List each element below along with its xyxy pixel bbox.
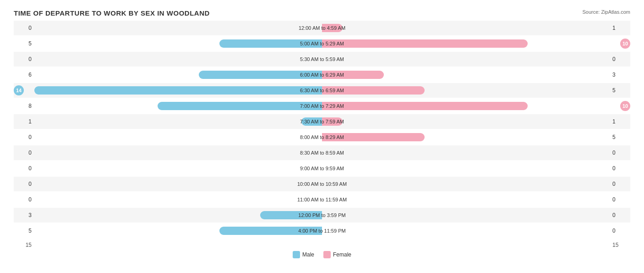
- male-value: 0: [14, 25, 34, 31]
- axis-right: 15: [610, 242, 630, 248]
- time-label: 12:00 AM to 4:59 AM: [299, 25, 345, 31]
- chart-container: TIME OF DEPARTURE TO WORK BY SEX IN WOOD…: [0, 0, 644, 273]
- chart-row: 09:00 AM to 9:59 AM0: [14, 161, 630, 176]
- bars-center: 10:00 AM to 10:59 AM: [34, 177, 610, 191]
- time-label: 4:00 PM to 11:59 PM: [298, 228, 345, 234]
- female-value: 0: [610, 150, 630, 156]
- axis-row: 15 15: [14, 242, 630, 248]
- chart-row: 6:30 AM to 6:59 AM514: [14, 83, 630, 98]
- time-label: 7:00 AM to 7:29 AM: [300, 103, 344, 109]
- male-value: 6: [14, 72, 34, 78]
- female-bar: [322, 39, 528, 48]
- male-value: 0: [14, 150, 34, 156]
- time-label: 5:30 AM to 5:59 AM: [300, 56, 344, 62]
- chart-row: 08:00 AM to 8:29 AM5: [14, 130, 630, 145]
- time-label: 6:30 AM to 6:59 AM: [300, 88, 344, 93]
- female-value: 1: [610, 25, 630, 31]
- male-bar: [158, 102, 322, 110]
- male-value: 5: [14, 228, 34, 234]
- legend-male: Male: [293, 251, 314, 258]
- female-legend-label: Female: [333, 251, 351, 258]
- female-badge: 10: [620, 39, 630, 49]
- time-label: 9:00 AM to 9:59 AM: [300, 166, 344, 171]
- chart-title: TIME OF DEPARTURE TO WORK BY SEX IN WOOD…: [14, 9, 630, 17]
- time-label: 12:00 PM to 3:59 PM: [298, 212, 345, 218]
- source-text: Source: ZipAtlas.com: [582, 9, 630, 15]
- male-value: 1: [14, 118, 34, 125]
- female-value: 0: [610, 228, 630, 234]
- female-value: 0: [610, 165, 630, 172]
- bars-center: 5:00 AM to 5:29 AM: [34, 36, 610, 51]
- female-legend-box: [323, 251, 331, 258]
- bars-center: 8:30 AM to 8:59 AM: [34, 145, 610, 160]
- chart-row: 17:30 AM to 7:59 AM1: [14, 114, 630, 129]
- time-label: 11:00 AM to 11:59 AM: [297, 197, 347, 202]
- chart-row: 54:00 PM to 11:59 PM0: [14, 223, 630, 238]
- chart-row: 011:00 AM to 11:59 AM0: [14, 192, 630, 207]
- chart-row: 010:00 AM to 10:59 AM0: [14, 177, 630, 191]
- male-legend-box: [293, 251, 300, 258]
- bars-center: 9:00 AM to 9:59 AM: [34, 161, 610, 176]
- male-value: 0: [14, 181, 34, 187]
- time-label: 8:00 AM to 8:29 AM: [300, 134, 344, 140]
- bars-center: 6:30 AM to 6:59 AM: [34, 83, 610, 98]
- female-value: 1: [610, 118, 630, 125]
- female-value: 0: [610, 212, 630, 218]
- female-value: 0: [610, 56, 630, 62]
- chart-row: 55:00 AM to 5:29 AM10: [14, 36, 630, 51]
- legend-female: Female: [323, 251, 351, 258]
- bars-center: 7:00 AM to 7:29 AM: [34, 99, 610, 113]
- legend: Male Female: [14, 251, 630, 258]
- male-value: 5: [14, 40, 34, 47]
- male-value: 3: [14, 212, 34, 218]
- male-bar: [34, 86, 322, 95]
- time-label: 6:00 AM to 6:29 AM: [300, 72, 344, 78]
- chart-row: 66:00 AM to 6:29 AM3: [14, 67, 630, 82]
- bars-center: 12:00 AM to 4:59 AM: [34, 21, 610, 35]
- female-value: 5: [610, 87, 630, 94]
- female-value: 0: [610, 196, 630, 203]
- chart-row: 012:00 AM to 4:59 AM1: [14, 21, 630, 35]
- female-badge: 10: [620, 101, 630, 111]
- chart-area: 012:00 AM to 4:59 AM155:00 AM to 5:29 AM…: [14, 21, 630, 238]
- time-label: 5:00 AM to 5:29 AM: [300, 41, 344, 46]
- bars-center: 4:00 PM to 11:59 PM: [34, 223, 610, 238]
- male-value: 0: [14, 196, 34, 203]
- male-value: 0: [14, 134, 34, 140]
- female-bar: [322, 102, 528, 110]
- chart-row: 05:30 AM to 5:59 AM0: [14, 52, 630, 67]
- time-label: 7:30 AM to 7:59 AM: [300, 119, 344, 124]
- male-value: 0: [14, 165, 34, 172]
- axis-left: 15: [14, 242, 34, 248]
- male-value: 0: [14, 56, 34, 62]
- chart-row: 87:00 AM to 7:29 AM10: [14, 99, 630, 113]
- bars-center: 6:00 AM to 6:29 AM: [34, 67, 610, 82]
- female-value: 0: [610, 181, 630, 187]
- male-legend-label: Male: [302, 251, 314, 258]
- male-badge: 14: [14, 85, 24, 95]
- time-label: 8:30 AM to 8:59 AM: [300, 150, 344, 156]
- female-value: 3: [610, 72, 630, 78]
- time-label: 10:00 AM to 10:59 AM: [297, 181, 347, 187]
- bars-center: 11:00 AM to 11:59 AM: [34, 192, 610, 207]
- male-value: 8: [14, 103, 34, 109]
- bars-center: 5:30 AM to 5:59 AM: [34, 52, 610, 67]
- bars-center: 8:00 AM to 8:29 AM: [34, 130, 610, 145]
- chart-row: 08:30 AM to 8:59 AM0: [14, 145, 630, 160]
- bars-center: 7:30 AM to 7:59 AM: [34, 114, 610, 129]
- bars-center: 12:00 PM to 3:59 PM: [34, 208, 610, 223]
- chart-row: 312:00 PM to 3:59 PM0: [14, 208, 630, 223]
- female-value: 5: [610, 134, 630, 140]
